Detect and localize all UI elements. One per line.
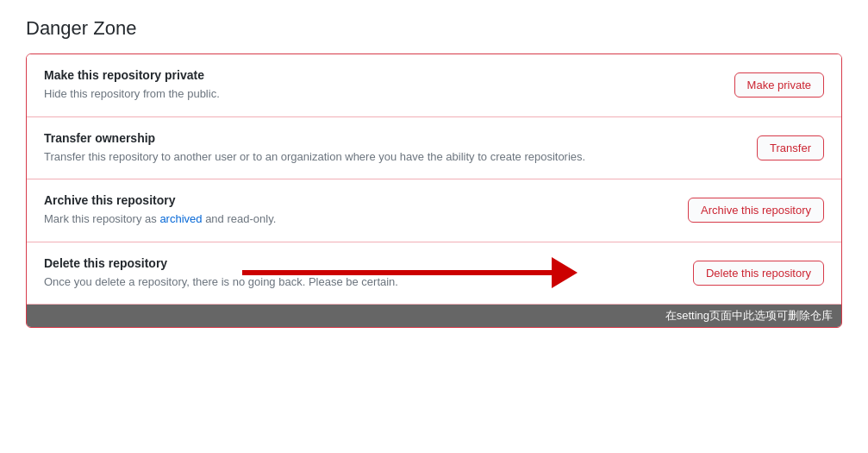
delete-content: Delete this repository Once you delete a… (44, 256, 693, 291)
page-title: Danger Zone (26, 17, 842, 40)
archive-content: Archive this repository Mark this reposi… (44, 193, 688, 228)
archived-link[interactable]: archived (159, 212, 202, 225)
transfer-ownership-row: Transfer ownership Transfer this reposit… (27, 117, 841, 180)
make-private-desc: Hide this repository from the public. (44, 85, 717, 103)
make-private-button[interactable]: Make private (734, 72, 824, 98)
archive-row: Archive this repository Mark this reposi… (27, 179, 841, 242)
transfer-ownership-content: Transfer ownership Transfer this reposit… (44, 131, 757, 166)
danger-zone-box: Make this repository private Hide this r… (26, 53, 842, 328)
delete-row: Delete this repository Once you delete a… (27, 242, 841, 305)
delete-title: Delete this repository (44, 256, 676, 270)
archive-button[interactable]: Archive this repository (688, 198, 824, 223)
delete-desc: Once you delete a repository, there is n… (44, 274, 676, 291)
transfer-button[interactable]: Transfer (757, 135, 824, 160)
annotation-bar: 在setting页面中此选项可删除仓库 (27, 305, 841, 327)
archive-desc: Mark this repository as archived and rea… (44, 211, 671, 228)
archive-title: Archive this repository (44, 193, 671, 207)
make-private-title: Make this repository private (44, 68, 717, 82)
annotation-text: 在setting页面中此选项可删除仓库 (665, 309, 833, 322)
transfer-ownership-title: Transfer ownership (44, 131, 740, 145)
transfer-ownership-desc: Transfer this repository to another user… (44, 148, 740, 166)
make-private-content: Make this repository private Hide this r… (44, 68, 734, 103)
make-private-row: Make this repository private Hide this r… (27, 54, 841, 117)
delete-button[interactable]: Delete this repository (693, 261, 824, 286)
